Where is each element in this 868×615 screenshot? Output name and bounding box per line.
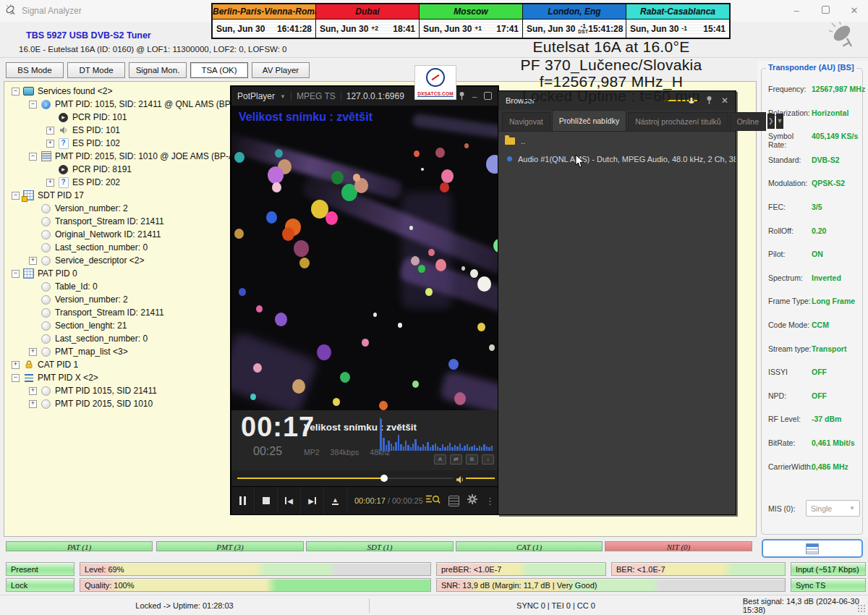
transponder-field: BitRate:0,461 Mbit/s — [768, 438, 861, 462]
expand-icon[interactable]: + — [46, 140, 54, 148]
tree-item-label: PMT PID 2015, SID 1010 — [55, 399, 153, 409]
ts-details-button[interactable] — [762, 539, 863, 558]
tab-tsa-ok-[interactable]: TSA (OK) — [190, 62, 248, 78]
eject-button[interactable]: ▲ — [324, 487, 347, 514]
close-icon[interactable]: ✕ — [721, 96, 728, 106]
seek-progress — [237, 478, 384, 479]
tab-bs-mode[interactable]: BS Mode — [6, 62, 64, 78]
shuffle-icon[interactable]: ⇄ — [450, 454, 462, 465]
visualizer-bar — [481, 447, 482, 451]
close-icon[interactable]: ✕ — [846, 3, 862, 19]
next-arrow-button[interactable]: ❯ — [767, 114, 775, 129]
visualizer-bar — [386, 445, 387, 451]
preber-bar: preBER: <1.0E-7 — [436, 562, 606, 576]
maximize-icon[interactable] — [484, 92, 492, 101]
confetti-dot — [461, 266, 465, 271]
more-menu-icon[interactable]: ⋮ — [485, 496, 495, 506]
mis-select[interactable]: Single ▼ — [806, 500, 860, 517]
minimize-icon[interactable]: – — [472, 92, 477, 101]
tree-item-label: PAT PID 0 — [38, 268, 77, 279]
visualizer-bar — [425, 446, 426, 451]
seek-handle[interactable] — [380, 475, 388, 482]
visualizer-bar — [422, 444, 424, 451]
settings-gear-icon[interactable] — [467, 494, 477, 507]
repeat-a-button[interactable]: A — [434, 454, 446, 465]
browser-tab-navigovat[interactable]: Navigovat — [502, 112, 550, 131]
clock-time-cell: Sun, Jun 30-1DST15:41:28 — [523, 20, 626, 38]
volume-icon[interactable] — [456, 474, 464, 487]
collapse-icon[interactable]: − — [12, 88, 20, 96]
expand-icon[interactable]: + — [46, 127, 54, 135]
next-button[interactable]: ▶ — [301, 487, 324, 514]
leaf-icon — [41, 203, 51, 213]
expand-icon[interactable]: + — [29, 348, 37, 356]
pause-button[interactable] — [231, 487, 255, 514]
field-value: Transport — [812, 344, 846, 353]
collapse-icon[interactable]: − — [29, 101, 37, 109]
browser-tab-prohl-e-nab-dky[interactable]: Prohlížeč nabídky — [552, 110, 626, 131]
field-label: RollOff: — [768, 226, 812, 235]
stop-button[interactable] — [255, 487, 278, 514]
tab-signal-mon-[interactable]: Signal Mon. — [129, 62, 187, 78]
volume-slider[interactable] — [466, 478, 495, 479]
chevron-down-icon[interactable]: ▼ — [280, 93, 286, 100]
seek-bar[interactable] — [237, 478, 453, 479]
field-label: Spectrum: — [768, 273, 812, 282]
opacity-slider[interactable] — [664, 100, 697, 101]
transponder-field: CarrierWidth:0,486 MHz — [768, 462, 861, 486]
previous-button[interactable]: ◀ — [278, 487, 301, 514]
leaf-icon — [41, 399, 51, 409]
tree-item-label: Version_number: 2 — [55, 294, 128, 305]
expand-icon[interactable]: + — [12, 361, 20, 369]
dropdown-arrow-button[interactable]: ▼ — [776, 114, 784, 129]
confetti-dot — [268, 166, 284, 184]
playlist-icon[interactable] — [448, 496, 459, 506]
field-value: DVB-S2 — [812, 156, 840, 164]
collapse-icon[interactable]: − — [12, 192, 20, 200]
clock-time-value: 17:41 — [496, 24, 519, 34]
clock-column: London, EngSun, Jun 30-1DST15:41:28 — [523, 4, 626, 38]
field-value: CCM — [812, 321, 829, 329]
maximize-icon[interactable] — [817, 3, 833, 19]
parent-folder-item[interactable]: .. — [498, 132, 736, 150]
audio-track-item[interactable]: Audio #1(QNL AMS) - Dutch, MPEG Audio, 4… — [498, 150, 736, 168]
tab-av-player[interactable]: AV Player — [252, 62, 310, 78]
leaf-icon — [41, 216, 51, 226]
expand-icon[interactable]: + — [29, 257, 37, 265]
tab-dt-mode[interactable]: DT Mode — [67, 62, 125, 78]
confetti-dot — [272, 182, 281, 192]
search-playlist-icon[interactable] — [425, 494, 441, 507]
parent-folder-label: .. — [521, 137, 525, 145]
transponder-field: FEC:3/5 — [768, 203, 861, 226]
pin-icon[interactable] — [459, 91, 465, 101]
resize-grip[interactable] — [857, 604, 866, 613]
collapse-icon[interactable]: − — [29, 153, 37, 161]
visualizer-bar — [427, 442, 428, 451]
collapse-icon[interactable]: − — [12, 270, 20, 278]
clock-utc-offset: +2 — [371, 25, 378, 32]
potplayer-titlebar[interactable]: PotPlayer ▼ MPEG TS 127.0.0.1:6969 – DXS… — [231, 87, 498, 106]
tree-item-label: PCR PID: 8191 — [72, 164, 132, 174]
video-area[interactable]: Velikost snímku : zvětšit — [231, 106, 498, 410]
browser-titlebar[interactable]: Browser ✕ — [498, 91, 736, 110]
browser-tab-online[interactable]: Online — [730, 112, 766, 131]
clock-time-value: 15:41 — [703, 24, 726, 34]
repeat-b-button[interactable]: B — [466, 454, 478, 465]
confetti-dot — [239, 288, 246, 296]
question-icon: ? — [58, 138, 69, 148]
browser-tab-n-stroj-proch-zen-titulk-[interactable]: Nástroj procházení titulků — [628, 112, 728, 131]
visualizer-bar — [464, 446, 465, 451]
tree-item-label: ES PID: 101 — [72, 125, 120, 135]
visualizer-bar — [467, 444, 468, 451]
pin-icon[interactable] — [706, 96, 712, 106]
collapse-icon[interactable]: − — [12, 374, 20, 382]
app-satellite-icon — [5, 4, 17, 19]
expand-icon[interactable]: + — [29, 400, 37, 408]
confetti-dot — [317, 344, 331, 360]
expand-icon[interactable]: + — [29, 387, 37, 395]
expand-icon[interactable]: + — [46, 179, 54, 187]
visualizer-bar — [432, 445, 433, 451]
capture-icon[interactable]: ↓ — [482, 454, 494, 465]
minimize-icon[interactable]: – — [788, 3, 804, 19]
tree-item-label: Transport_Stream ID: 21411 — [55, 308, 164, 318]
